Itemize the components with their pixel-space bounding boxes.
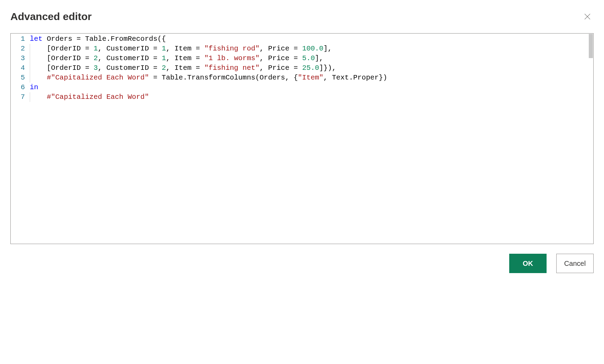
scrollbar-thumb[interactable]	[589, 34, 593, 58]
dialog-header: Advanced editor	[10, 10, 594, 23]
code-editor[interactable]: 1234567 let Orders = Table.FromRecords({…	[10, 33, 594, 244]
vertical-scrollbar[interactable]	[588, 34, 593, 244]
line-number-gutter: 1234567	[11, 34, 30, 102]
code-line[interactable]: [OrderID = 2, CustomerID = 1, Item = "1 …	[30, 54, 593, 63]
line-number: 5	[11, 73, 25, 83]
ok-button[interactable]: OK	[509, 254, 547, 273]
cancel-button[interactable]: Cancel	[556, 254, 594, 273]
code-line[interactable]: #"Capitalized Each Word" = Table.Transfo…	[30, 73, 593, 83]
line-number: 4	[11, 63, 25, 73]
dialog-title: Advanced editor	[10, 11, 92, 22]
line-number: 3	[11, 54, 25, 63]
close-icon	[584, 13, 591, 20]
close-button[interactable]	[581, 10, 594, 23]
dialog-footer: OK Cancel	[10, 254, 594, 273]
line-number: 2	[11, 44, 25, 54]
line-number: 6	[11, 83, 25, 92]
line-number: 1	[11, 34, 25, 44]
code-line[interactable]: [OrderID = 1, CustomerID = 1, Item = "fi…	[30, 44, 593, 54]
code-line[interactable]: let Orders = Table.FromRecords({	[30, 34, 593, 44]
code-line[interactable]: in	[30, 83, 593, 92]
code-area[interactable]: let Orders = Table.FromRecords({ [OrderI…	[30, 34, 593, 102]
code-line[interactable]: [OrderID = 3, CustomerID = 2, Item = "fi…	[30, 63, 593, 73]
code-line[interactable]: #"Capitalized Each Word"	[30, 92, 593, 102]
line-number: 7	[11, 92, 25, 102]
